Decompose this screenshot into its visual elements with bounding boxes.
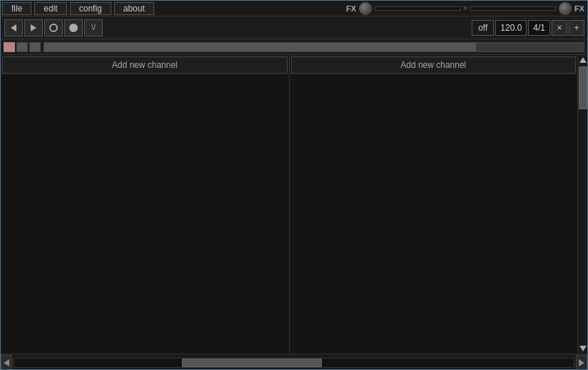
add-channel-left[interactable]: Add new channel [2, 56, 288, 74]
left-channel-column: Add new channel [1, 55, 290, 354]
record-icon [69, 24, 78, 32]
pattern-color-1[interactable] [4, 42, 15, 52]
hscroll-thumb[interactable] [182, 359, 322, 367]
menu-edit[interactable]: edit [34, 2, 66, 15]
down-arrow-icon [579, 346, 587, 351]
right-channel-column: Add new channel [290, 55, 578, 354]
menu-bar: file edit config about FX > FX [1, 1, 587, 16]
left-empty-area [1, 75, 289, 354]
menu-file[interactable]: file [2, 2, 31, 15]
right-arrow-icon [579, 359, 584, 366]
transport-pattern[interactable]: \/ [84, 19, 103, 36]
hscroll-left-arrow[interactable] [1, 355, 12, 371]
vscroll-up-arrow[interactable] [578, 55, 588, 65]
menu-config[interactable]: config [70, 2, 111, 15]
transport-back[interactable] [4, 19, 23, 36]
track-header-bar [1, 39, 587, 55]
fx-left-label: FX [346, 4, 356, 13]
transport-right: off 120.0 4/1 × + [472, 20, 584, 36]
fx-right-label: FX [574, 4, 584, 13]
menu-about[interactable]: about [114, 2, 154, 15]
play-icon [31, 24, 36, 31]
pattern-block-3[interactable] [29, 42, 41, 52]
pattern-icon: \/ [91, 24, 96, 31]
fx-right-knob[interactable] [559, 2, 572, 15]
pattern-progress-track[interactable] [44, 42, 584, 52]
tempo-value[interactable]: 120.0 [495, 20, 527, 36]
hscroll-right-arrow[interactable] [576, 355, 587, 371]
left-arrow-icon [4, 359, 9, 366]
pattern-block-2[interactable] [16, 42, 28, 52]
hscroll-track[interactable] [14, 358, 574, 368]
vscroll-down-arrow[interactable] [578, 344, 588, 354]
transport-bar: \/ off 120.0 4/1 × + [1, 16, 587, 39]
tempo-off-label: off [472, 20, 494, 36]
pattern-progress-fill [44, 43, 476, 51]
fx-left-knob[interactable] [359, 2, 372, 15]
vertical-scrollbar[interactable] [577, 55, 587, 354]
back-icon [11, 24, 16, 31]
transport-stop[interactable] [44, 19, 63, 36]
stop-icon [49, 24, 58, 32]
transport-record[interactable] [64, 19, 83, 36]
close-button[interactable]: × [552, 20, 567, 36]
fx-slider-right[interactable] [470, 6, 556, 11]
add-channel-right[interactable]: Add new channel [291, 56, 577, 74]
fx-bar: FX > FX [346, 2, 584, 15]
horizontal-scrollbar-area [1, 354, 587, 370]
fx-arrow[interactable]: > [463, 4, 467, 12]
time-signature[interactable]: 4/1 [528, 20, 550, 36]
fx-slider[interactable] [375, 6, 460, 11]
vscroll-thumb[interactable] [579, 66, 587, 109]
transport-play[interactable] [24, 19, 43, 36]
plus-button[interactable]: + [569, 20, 584, 36]
up-arrow-icon [579, 57, 587, 63]
main-area: Add new channel Add new channel [1, 55, 587, 354]
right-empty-area [290, 75, 578, 354]
